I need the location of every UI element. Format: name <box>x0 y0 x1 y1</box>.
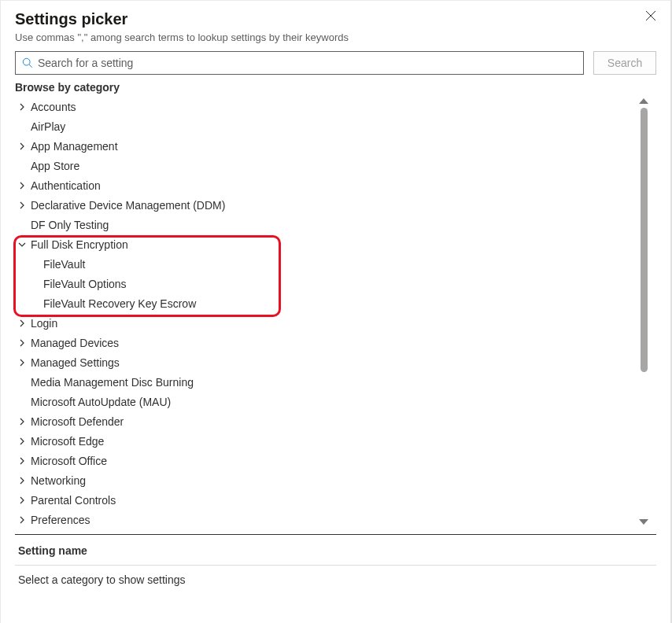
chevron-down-icon <box>18 241 26 249</box>
search-icon <box>22 57 33 68</box>
chevron-right-icon <box>18 437 26 445</box>
category-label: Parental Controls <box>31 494 116 507</box>
category-label: Login <box>31 317 57 330</box>
chevron-right-icon <box>18 201 26 209</box>
setting-name-header: Setting name <box>15 535 656 566</box>
category-item[interactable]: Microsoft Defender <box>15 411 648 431</box>
category-item[interactable]: Media Management Disc Burning <box>15 372 648 392</box>
category-label: Authentication <box>31 179 101 192</box>
category-label: DF Only Testing <box>31 219 109 231</box>
browse-by-category-label: Browse by category <box>15 81 656 94</box>
category-label: Declarative Device Management (DDM) <box>31 199 225 212</box>
category-label: Managed Devices <box>31 337 119 349</box>
category-label: App Management <box>31 140 118 153</box>
svg-point-2 <box>23 58 30 65</box>
category-label: Managed Settings <box>31 356 120 369</box>
category-item[interactable]: Declarative Device Management (DDM) <box>15 195 648 215</box>
chevron-right-icon <box>18 103 26 111</box>
chevron-right-icon <box>18 516 26 524</box>
chevron-right-icon <box>18 496 26 504</box>
chevron-right-icon <box>18 359 26 367</box>
category-label: Accounts <box>31 101 76 113</box>
panel-title: Settings picker <box>15 10 127 28</box>
search-button[interactable]: Search <box>593 51 656 75</box>
settings-picker-panel: Settings picker Use commas "," among sea… <box>0 0 672 623</box>
category-item[interactable]: Parental Controls <box>15 490 648 510</box>
category-child-item[interactable]: FileVault Options <box>15 274 648 293</box>
category-item[interactable]: Login <box>15 313 648 333</box>
category-label: Microsoft Edge <box>31 435 104 448</box>
category-item[interactable]: Full Disk Encryption <box>15 234 648 254</box>
category-label: AirPlay <box>31 120 65 133</box>
search-row: Search <box>15 51 656 75</box>
category-label: Full Disk Encryption <box>31 238 128 251</box>
category-tree[interactable]: AccountsAirPlayApp ManagementApp StoreAu… <box>15 97 656 526</box>
empty-settings-message: Select a category to show settings <box>15 566 656 594</box>
panel-subtitle: Use commas "," among search terms to loo… <box>15 31 656 43</box>
close-icon[interactable] <box>645 10 656 21</box>
category-label: Microsoft Defender <box>31 415 124 428</box>
chevron-right-icon <box>18 418 26 426</box>
category-child-item[interactable]: FileVault Recovery Key Escrow <box>15 293 648 313</box>
search-box[interactable] <box>15 51 584 75</box>
category-child-item[interactable]: FileVault <box>15 254 648 274</box>
search-input[interactable] <box>38 57 577 69</box>
category-child-label: FileVault Recovery Key Escrow <box>43 297 196 310</box>
chevron-right-icon <box>18 182 26 190</box>
category-item[interactable]: Networking <box>15 470 648 490</box>
category-item[interactable]: Microsoft Office <box>15 451 648 470</box>
category-label: Microsoft Office <box>31 455 107 467</box>
category-item[interactable]: Authentication <box>15 175 648 195</box>
category-label: Networking <box>31 474 86 487</box>
category-item[interactable]: Managed Devices <box>15 333 648 352</box>
category-item[interactable]: Accounts <box>15 97 648 116</box>
chevron-right-icon <box>18 457 26 465</box>
category-label: Preferences <box>31 514 90 526</box>
category-label: Microsoft AutoUpdate (MAU) <box>31 396 171 408</box>
category-item[interactable]: App Management <box>15 136 648 156</box>
chevron-right-icon <box>18 142 26 150</box>
category-item[interactable]: App Store <box>15 156 648 175</box>
chevron-right-icon <box>18 319 26 327</box>
panel-header: Settings picker <box>15 10 656 28</box>
category-item[interactable]: AirPlay <box>15 116 648 136</box>
category-label: App Store <box>31 160 79 172</box>
category-item[interactable]: Managed Settings <box>15 352 648 372</box>
chevron-right-icon <box>18 477 26 485</box>
svg-line-3 <box>29 65 32 68</box>
chevron-right-icon <box>18 339 26 347</box>
category-label: Media Management Disc Burning <box>31 376 194 389</box>
category-item[interactable]: Microsoft AutoUpdate (MAU) <box>15 392 648 411</box>
category-child-label: FileVault <box>43 258 85 271</box>
category-child-label: FileVault Options <box>43 278 127 290</box>
category-item[interactable]: Preferences <box>15 510 648 526</box>
category-item[interactable]: DF Only Testing <box>15 215 648 234</box>
tree-wrap: AccountsAirPlayApp ManagementApp StoreAu… <box>15 97 656 526</box>
category-item[interactable]: Microsoft Edge <box>15 431 648 451</box>
